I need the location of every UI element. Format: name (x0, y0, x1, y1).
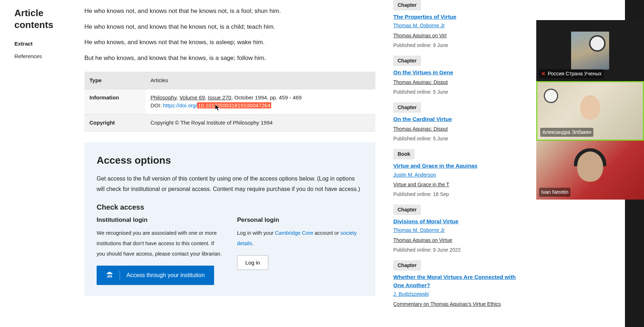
related-title-link[interactable]: Whether the Moral Virtues Are Connected … (393, 273, 524, 290)
related-title-link[interactable]: On the Virtues in Gene (393, 68, 524, 76)
institutional-login-heading: Institutional login (97, 215, 223, 225)
doi-link[interactable]: https://doi.org/10.1017/S003181910004726… (163, 102, 271, 108)
info-information-label: Information (84, 89, 145, 114)
doi-highlighted: 10.1017/S0031819100047264 (197, 102, 271, 108)
participant-thumbnail (571, 32, 609, 70)
related-published: Published online: 5 June (393, 135, 524, 143)
access-description: Get access to the full version of this c… (97, 174, 363, 195)
participant-label: ✕ Россия Страна Ученых (539, 69, 604, 78)
info-copyright-label: Copyright (84, 114, 145, 131)
participant-label: Ivan Neretin (539, 188, 570, 197)
related-item: Book Virtue and Grace in the Aquinas Jus… (393, 149, 524, 198)
related-source-link[interactable]: Thomas Aquinas on Virt (393, 32, 524, 39)
related-published: Published online: 18 Sep (393, 191, 524, 198)
journal-link[interactable]: Philosophy (150, 94, 176, 101)
related-item: Chapter Whether the Moral Virtues Are Co… (393, 260, 524, 308)
related-published: Published online: 5 June (393, 88, 524, 96)
access-heading: Access options (97, 153, 363, 168)
login-button[interactable]: Log in (237, 255, 268, 270)
article-info-table: Type Articles Information Philosophy, Vo… (84, 72, 375, 131)
related-item: Chapter On the Virtues in Gene Thomas Aq… (393, 56, 524, 96)
quote-line: He who knows, and knows not that he know… (84, 38, 375, 47)
participant-label: Александра Элбакян (540, 128, 593, 137)
institutional-login-desc: We recognised you are associated with on… (97, 228, 223, 259)
related-source-link[interactable]: Virtue and Grace in the T (393, 181, 524, 188)
personal-login-desc: Log in with your Cambridge Core account … (237, 228, 363, 249)
info-copyright-value: Copyright © The Royal Institute of Philo… (145, 114, 375, 131)
info-type-value: Articles (145, 72, 375, 89)
info-row-information: Information Philosophy, Volume 69, Issue… (84, 89, 375, 114)
institutional-login-section: Institutional login We recognised you ar… (97, 215, 223, 285)
doi-label: DOI: (150, 102, 163, 108)
related-source-link[interactable]: Thomas Aquinas on Virtue (393, 237, 524, 244)
video-tile[interactable]: Ivan Neretin (536, 141, 644, 200)
personal-login-section: Personal login Log in with your Cambridg… (237, 215, 363, 285)
participant-name: Россия Страна Ученых (548, 70, 602, 78)
related-title-link[interactable]: Divisions of Moral Virtue (393, 217, 524, 225)
personal-login-heading: Personal login (237, 215, 363, 225)
article-main: He who knows not, and knows not that he … (74, 0, 386, 327)
related-type-badge: Chapter (393, 205, 421, 215)
quote-line: He who knows not, and knows not that he … (84, 6, 375, 16)
related-title-link[interactable]: The Properties of Virtue (393, 13, 524, 21)
related-author-link[interactable]: Thomas M. Osborne Jr (393, 23, 445, 28)
video-call-overlay: ✕ Россия Страна Ученых Александра Элбакя… (536, 20, 644, 200)
participant-name: Ivan Neretin (541, 188, 568, 196)
sidebar-heading: Article contents (14, 7, 70, 31)
related-type-badge: Chapter (393, 56, 421, 66)
info-row-type: Type Articles (84, 72, 375, 89)
related-title-link[interactable]: On the Cardinal Virtue (393, 115, 524, 123)
quote-line: He who knows not, and knows that he know… (84, 22, 375, 32)
related-source-link[interactable]: Commentary on Thomas Aquinas's Virtue Et… (393, 300, 524, 308)
check-access-heading: Check access (97, 202, 363, 212)
institution-icon (106, 271, 113, 280)
related-title-link[interactable]: Virtue and Grace in the Aquinas (393, 162, 524, 170)
quote-line: But he who knows, and knows that he know… (84, 53, 375, 63)
related-item: Chapter Divisions of Moral Virtue Thomas… (393, 205, 524, 254)
access-institution-button[interactable]: Access through your institution (97, 266, 214, 285)
related-source-link[interactable]: Thomas Aquinas: Disput (393, 79, 524, 86)
info-row-copyright: Copyright Copyright © The Royal Institut… (84, 114, 375, 131)
related-author-link[interactable]: Justin M. Anderson (393, 172, 436, 178)
participant-name: Александра Элбакян (542, 129, 591, 136)
related-published: Published online: 9 June (393, 42, 524, 49)
clock-icon (589, 35, 606, 52)
sidebar-item-extract[interactable]: Extract (14, 38, 70, 50)
related-published: Published online: 9 June 2022 (393, 246, 524, 254)
date-pages: October 1994, pp. 459 - 469 (234, 94, 302, 101)
issue-link[interactable]: Issue 270 (208, 94, 231, 101)
info-information-value: Philosophy, Volume 69, Issue 270, Octobe… (145, 89, 375, 114)
related-item: Chapter The Properties of Virtue Thomas … (393, 0, 524, 49)
cambridge-core-link[interactable]: Cambridge Core (275, 230, 313, 236)
wall-clock-icon (544, 89, 558, 103)
related-author-link[interactable]: Thomas M. Osborne Jr (393, 227, 445, 233)
sidebar-item-references[interactable]: References (14, 50, 70, 63)
access-options-panel: Access options Get access to the full ve… (84, 142, 375, 296)
muted-icon: ✕ (541, 70, 546, 78)
access-institution-label: Access through your institution (126, 272, 205, 279)
related-type-badge: Book (393, 149, 414, 159)
related-type-badge: Chapter (393, 260, 421, 271)
video-tile[interactable]: ✕ Россия Страна Ученых (536, 20, 644, 81)
button-separator (120, 271, 120, 280)
related-type-badge: Chapter (393, 0, 421, 10)
participant-face (577, 151, 603, 182)
related-source-link[interactable]: Thomas Aquinas: Disput (393, 125, 524, 133)
related-type-badge: Chapter (393, 102, 421, 113)
related-content-sidebar: Chapter The Properties of Virtue Thomas … (386, 0, 530, 327)
volume-link[interactable]: Volume 69 (180, 94, 205, 101)
article-contents-sidebar: Article contents Extract References (0, 0, 74, 327)
video-tile-active[interactable]: Александра Элбакян (536, 81, 644, 141)
info-type-label: Type (84, 72, 145, 89)
related-author-link[interactable]: J. Budziszewski (393, 291, 429, 297)
participant-face (580, 95, 600, 120)
related-item: Chapter On the Cardinal Virtue Thomas Aq… (393, 102, 524, 143)
